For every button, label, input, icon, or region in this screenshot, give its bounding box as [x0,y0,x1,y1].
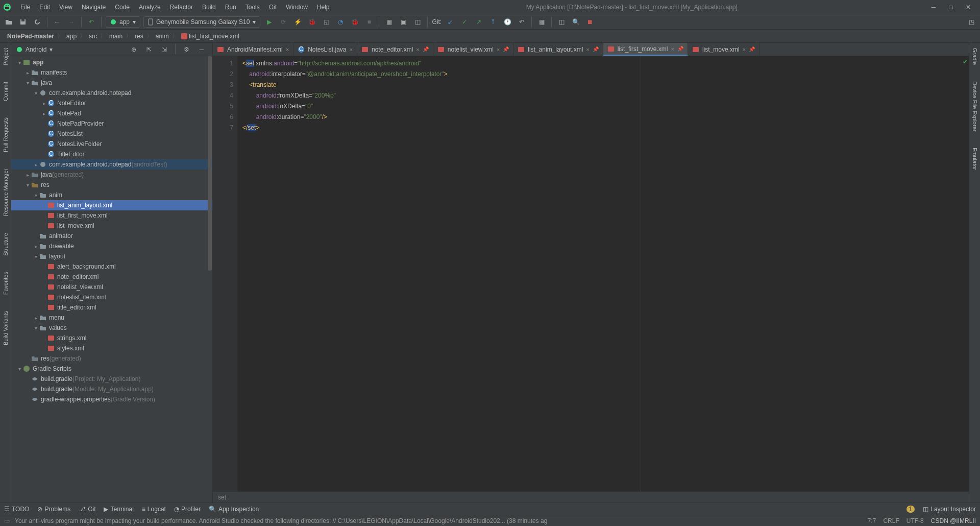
tree-item-java[interactable]: ▸java (generated) [11,170,212,180]
tree-item-manifests[interactable]: ▸manifests [11,67,212,78]
tree-arrow-icon[interactable]: ▾ [16,366,22,372]
resource-manager-icon[interactable]: ◫ [412,16,423,28]
breadcrumb-item[interactable]: NotePad-master [5,32,56,41]
project-view-mode[interactable]: Android [26,46,46,53]
hide-icon[interactable]: ─ [196,44,207,55]
tab-pin-icon[interactable]: 📌 [423,46,429,52]
updates-icon[interactable]: ◳ [966,16,977,28]
breadcrumb-item[interactable]: res [133,32,145,41]
status-icon[interactable]: ▭ [4,517,10,524]
tree-arrow-icon[interactable]: ▾ [33,254,39,259]
debug-icon[interactable]: 🐞 [306,16,317,28]
tree-arrow-icon[interactable]: ▾ [33,193,39,198]
tool-structure[interactable]: Structure [2,230,10,259]
tree-item-gradle-wrapper-properties[interactable]: gradle-wrapper.properties (Gradle Versio… [11,394,212,404]
project-structure-icon[interactable]: ▦ [536,16,547,28]
tab-notelist-view-xml[interactable]: notelist_view.xml×📌 [433,43,513,56]
tree-item-noteslist-item-xml[interactable]: noteslist_item.xml [11,292,212,302]
tab-list-first-move-xml[interactable]: list_first_move.xml×📌 [603,43,688,56]
apply-changes-icon[interactable]: ⟳ [278,16,289,28]
tool-device-file-explorer[interactable]: Device File Explorer [971,78,979,134]
menu-git[interactable]: Git [265,2,281,13]
tree-item-com-example-android-notepad[interactable]: ▾com.example.android.notepad [11,88,212,98]
tree-item-build-gradle[interactable]: build.gradle (Project: My_Application) [11,374,212,384]
tree-item-anim[interactable]: ▾anim [11,190,212,200]
tab-pin-icon[interactable]: 📌 [749,46,755,52]
git-rollback-icon[interactable]: ↶ [516,16,527,28]
tree-item-note-editor-xml[interactable]: note_editor.xml [11,272,212,282]
tree-item-styles-xml[interactable]: styles.xml [11,343,212,353]
tool-favorites[interactable]: Favorites [2,269,10,298]
attach-debugger-icon[interactable]: 🐞 [349,16,360,28]
tree-item-title-editor-xml[interactable]: title_editor.xml [11,302,212,313]
tree-arrow-icon[interactable]: ▾ [33,90,39,96]
project-tree[interactable]: ▾app▸manifests▾java▾com.example.android.… [11,56,212,503]
menu-window[interactable]: Window [282,2,312,13]
tree-item-strings-xml[interactable]: strings.xml [11,333,212,343]
bottom-tool-todo[interactable]: ☰TODO [4,506,29,513]
tree-arrow-icon[interactable]: ▾ [16,60,22,65]
tool-commit[interactable]: Commit [2,79,10,104]
tree-item-drawable[interactable]: ▸drawable [11,241,212,251]
menu-navigate[interactable]: Navigate [78,2,110,13]
menu-run[interactable]: Run [221,2,240,13]
editor-breadcrumb[interactable]: set [213,491,969,503]
avd-manager-icon[interactable]: ▦ [383,16,395,28]
tree-item-build-gradle[interactable]: build.gradle (Module: My_Application.app… [11,384,212,394]
save-icon[interactable] [17,16,29,28]
tree-arrow-icon[interactable]: ▸ [33,162,39,168]
git-push-icon[interactable]: ↗ [473,16,484,28]
tree-item-noteslist[interactable]: CNotesList [11,129,212,139]
cursor-position[interactable]: 7:7 [868,517,876,524]
menu-tools[interactable]: Tools [241,2,264,13]
tree-item-list-anim-layout-xml[interactable]: list_anim_layout.xml [11,200,212,210]
breadcrumb-item[interactable]: app [64,32,79,41]
tab-close-icon[interactable]: × [350,46,353,53]
tree-item-res[interactable]: ▾res [11,180,212,190]
bottom-tool-terminal[interactable]: ▶Terminal [104,506,133,513]
bottom-tool-profiler[interactable]: ◔Profiler [174,506,201,513]
tree-arrow-icon[interactable]: ▸ [33,315,39,321]
bottom-tool-git[interactable]: ⎇Git [79,506,95,513]
minimize-button[interactable]: ─ [930,4,937,11]
tree-item-com-example-android-notepad[interactable]: ▸com.example.android.notepad (androidTes… [11,159,212,170]
select-opened-file-icon[interactable]: ⊕ [128,44,139,55]
editor-content[interactable]: 1234567 <set xmlns:android="http://schem… [213,56,969,491]
coverage-icon[interactable]: ◱ [321,16,332,28]
code-area[interactable]: <set xmlns:android="http://schemas.andro… [237,56,969,491]
profile-icon[interactable]: ◔ [335,16,346,28]
breadcrumb-item[interactable]: src [87,32,99,41]
tree-arrow-icon[interactable]: ▸ [24,172,31,178]
git-history-icon[interactable]: 🕐 [502,16,513,28]
collapse-all-icon[interactable]: ⇲ [159,44,170,55]
file-encoding[interactable]: UTF-8 [906,517,924,524]
tree-item-values[interactable]: ▾values [11,323,212,333]
breadcrumb-item[interactable]: list_first_move.xml [179,32,241,41]
tab-list-anim-layout-xml[interactable]: list_anim_layout.xml×📌 [513,43,603,56]
tree-item-noteslivefolder[interactable]: CNotesLiveFolder [11,139,212,149]
tab-close-icon[interactable]: × [416,46,419,53]
forward-icon[interactable]: → [66,16,77,28]
menu-code[interactable]: Code [111,2,134,13]
menu-build[interactable]: Build [198,2,220,13]
tree-arrow-icon[interactable]: ▸ [41,101,47,106]
ide-settings-icon[interactable]: ◫ [556,16,567,28]
tree-item-list-move-xml[interactable]: list_move.xml [11,221,212,231]
scrollbar-thumb[interactable] [208,56,212,271]
stop-icon[interactable]: ■ [363,16,375,28]
tab-noteslist-java[interactable]: CNotesList.java× [293,43,357,56]
menu-view[interactable]: View [55,2,77,13]
search-icon[interactable]: 🔍 [570,16,581,28]
tool-resource-manager[interactable]: Resource Manager [2,165,10,220]
tree-item-res[interactable]: res (generated) [11,353,212,364]
tab-androidmanifest-xml[interactable]: AndroidManifest.xml× [213,43,293,56]
tab-pin-icon[interactable]: 📌 [503,46,509,52]
tool-gradle[interactable]: Gradle [971,45,979,68]
menu-edit[interactable]: Edit [35,2,54,13]
stop-gradle-icon[interactable]: ⏹ [584,16,596,28]
sdk-manager-icon[interactable]: ▣ [398,16,409,28]
tab-pin-icon[interactable]: 📌 [593,46,599,52]
run-icon[interactable]: ▶ [263,16,275,28]
tree-item-animator[interactable]: animator [11,231,212,241]
settings-icon[interactable]: ⚙ [181,44,192,55]
